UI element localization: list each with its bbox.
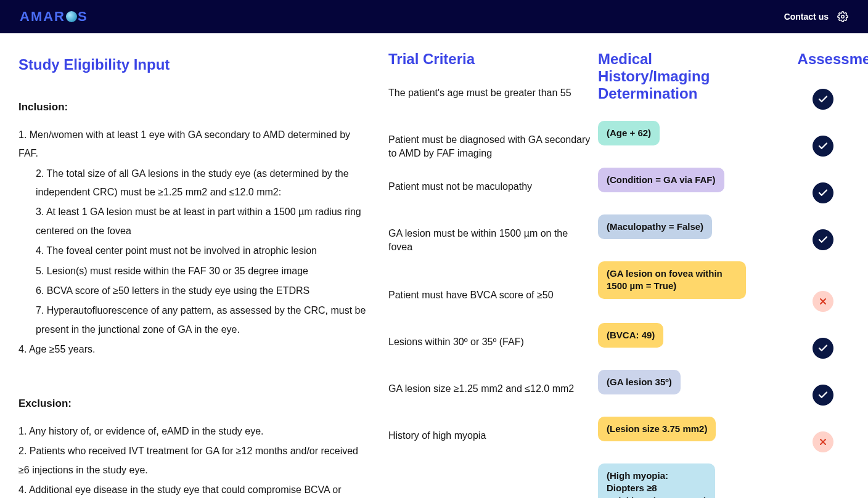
exclusion-label: Exclusion: [18,394,370,414]
exclusion-item: 4. Additional eye disease in the study e… [18,481,370,498]
determination-pill: (High myopia: Diopters ≥8 Axial length ≥… [598,463,715,498]
determination-row: (High myopia: Diopters ≥8 Axial length ≥… [598,463,761,498]
assessment-row [761,382,868,429]
content-grid: Study Eligibility Input Inclusion: 1. Me… [0,33,868,498]
determination-pill: (GA lesion on fovea within 1500 µm = Tru… [598,261,746,299]
assessment-column: Assessment [761,51,868,498]
determination-column: Medical History/Imaging Determination (A… [598,51,761,498]
assessment-row [761,180,868,227]
determination-row: (Age + 62) [598,121,761,168]
check-icon [813,338,833,359]
determination-row: (GA lesion 35º) [598,370,761,417]
determination-pill: (BVCA: 49) [598,323,663,348]
inclusion-item: 4. The foveal center point must not be i… [18,242,370,260]
determination-pill: (Condition = GA via FAF) [598,168,724,192]
cross-icon [813,291,833,312]
check-icon [813,229,833,250]
determination-pill: (Maculopathy = False) [598,214,712,239]
determination-pill: (Lesion size 3.75 mm2) [598,417,716,441]
criteria-text: GA lesion must be within 1500 µm on the … [388,227,598,288]
inclusion-label: Inclusion: [18,97,370,117]
check-icon [813,136,833,157]
topbar: AMAR S Contact us [0,0,868,33]
inclusion-item: 2. The total size of all GA lesions in t… [18,165,370,202]
assessment-row [761,335,868,382]
inclusion-item: 3. At least 1 GA lesion must be at least… [18,203,370,240]
inclusion-item: 5. Lesion(s) must reside within the FAF … [18,262,370,280]
exclusion-item: 2. Patients who received IVT treatment f… [18,442,370,480]
assessment-row [761,227,868,288]
assessment-row [761,133,868,180]
inclusion-item: 7. Hyperautofluorescence of any pattern,… [18,301,370,339]
col3-heading: Medical History/Imaging Determination [598,51,761,102]
determination-row: (Maculopathy = False) [598,214,761,261]
assessment-row [761,429,868,491]
globe-icon [66,11,77,22]
inclusion-item: 6. BCVA score of ≥50 letters in the stud… [18,282,370,300]
check-icon [813,182,833,203]
exclusion-item: 1. Any history of, or evidence of, eAMD … [18,422,370,441]
determination-row: (Lesion size 3.75 mm2) [598,417,761,463]
criteria-text: History of high myopia [388,429,598,491]
check-icon [813,89,833,110]
logo-prefix: AMAR [20,9,65,25]
gear-icon[interactable] [837,11,848,22]
topbar-right: Contact us [784,11,848,22]
col2-heading: Trial Criteria [388,51,598,68]
logo: AMAR S [20,9,88,25]
determination-row: (Condition = GA via FAF) [598,168,761,214]
criteria-text: GA lesion size ≥1.25 mm2 and ≤12.0 mm2 [388,382,598,429]
logo-suffix: S [78,9,88,25]
criteria-text: Patient must not be maculopathy [388,180,598,227]
determination-pill: (Age + 62) [598,121,660,145]
inclusion-item: 1. Men/women with at least 1 eye with GA… [18,126,370,163]
criteria-text: The patient's age must be greater than 5… [388,86,598,133]
col1-heading: Study Eligibility Input [18,51,370,79]
assessment-row [761,288,868,335]
determination-pill: (GA lesion 35º) [598,370,681,394]
criteria-text: Patient must be diagnosed with GA second… [388,133,598,180]
contact-link[interactable]: Contact us [784,12,829,22]
criteria-column: Trial Criteria The patient's age must be… [388,51,598,498]
determination-row: (BVCA: 49) [598,323,761,370]
eligibility-column: Study Eligibility Input Inclusion: 1. Me… [18,51,388,498]
criteria-text: Patient must have BVCA score of ≥50 [388,288,598,335]
cross-icon [813,431,833,452]
check-icon [813,385,833,406]
determination-row: (GA lesion on fovea within 1500 µm = Tru… [598,261,761,323]
svg-point-0 [841,15,845,18]
inclusion-item: 4. Age ≥55 years. [18,340,370,359]
assessment-row [761,86,868,133]
exclusion-block: Exclusion: 1. Any history of, or evidenc… [18,394,370,498]
col4-heading: Assessment [761,51,868,68]
criteria-text: Lesions within 30º or 35º (FAF) [388,335,598,382]
